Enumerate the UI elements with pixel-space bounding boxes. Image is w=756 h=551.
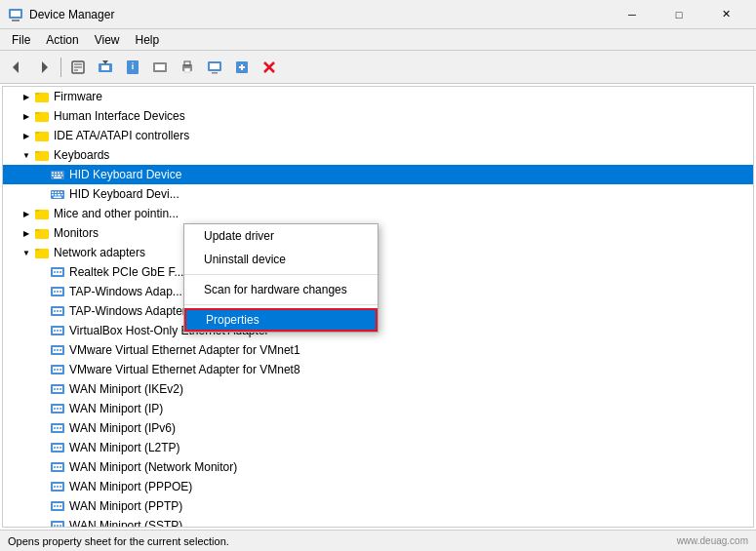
hid-keyboard-1-label: HID Keyboard Device: [69, 168, 181, 181]
tree-arrow-monitors: ▶: [19, 225, 34, 241]
minimize-button[interactable]: ─: [610, 0, 655, 29]
toolbar-scan[interactable]: [147, 55, 173, 80]
tree-item-ide[interactable]: ▶ IDE ATA/ATAPI controllers: [3, 126, 753, 145]
svg-rect-39: [61, 175, 63, 177]
svg-rect-37: [55, 175, 57, 177]
svg-rect-40: [54, 177, 61, 179]
svg-point-63: [60, 291, 61, 293]
svg-rect-2: [11, 11, 20, 17]
svg-rect-42: [52, 192, 54, 194]
svg-rect-15: [155, 64, 165, 70]
svg-point-72: [57, 330, 59, 332]
network-icon: [50, 440, 65, 455]
svg-point-88: [60, 388, 61, 390]
tree-item-mice[interactable]: ▶ Mice and other pointin...: [3, 204, 753, 223]
tree-item-vmware1[interactable]: VMware Virtual Ethernet Adapter for VMne…: [3, 340, 753, 360]
tree-item-wan-ikev2[interactable]: WAN Miniport (IKEv2): [3, 379, 753, 399]
svg-point-66: [54, 310, 56, 312]
svg-point-118: [60, 505, 61, 507]
wan-pppoe-label: WAN Miniport (PPPOE): [69, 480, 192, 493]
watermark: www.deuag.com: [677, 535, 748, 546]
svg-point-106: [54, 466, 56, 468]
svg-point-101: [54, 447, 56, 449]
tree-item-firmware[interactable]: ▶ Firmware: [3, 87, 753, 106]
wan-sstp-label: WAN Miniport (SSTP): [69, 519, 182, 528]
svg-point-87: [57, 388, 59, 390]
svg-rect-32: [52, 173, 54, 175]
toolbar-remove[interactable]: [257, 55, 282, 80]
svg-point-98: [60, 427, 61, 429]
svg-point-112: [57, 486, 59, 488]
svg-rect-45: [60, 192, 62, 194]
toolbar-forward[interactable]: [31, 55, 57, 80]
context-uninstall-device[interactable]: Uninstall device: [184, 248, 378, 271]
tree-item-wan-sstp[interactable]: WAN Miniport (SSTP): [3, 516, 753, 528]
svg-point-86: [54, 388, 56, 390]
tree-arrow-network: ▼: [19, 245, 34, 260]
context-update-driver[interactable]: Update driver: [184, 224, 378, 248]
window-controls: ─ □ ✕: [610, 0, 748, 29]
ide-label: IDE ATA/ATAPI controllers: [54, 129, 189, 142]
network-icon: [50, 459, 65, 475]
tree-item-wan-netmon[interactable]: WAN Miniport (Network Monitor): [3, 457, 753, 477]
device-tree[interactable]: ▶ Firmware ▶ Human Interface Devices ▶ I…: [2, 86, 754, 528]
menu-file[interactable]: File: [4, 31, 38, 49]
network-icon: [50, 342, 65, 358]
tree-item-keyboards[interactable]: ▼ Keyboards: [3, 145, 753, 165]
toolbar-add[interactable]: [229, 55, 255, 80]
context-scan-changes[interactable]: Scan for hardware changes: [184, 278, 378, 301]
network-icon: [50, 303, 65, 319]
window-title: Device Manager: [29, 8, 610, 21]
folder-icon: [34, 225, 50, 241]
monitors-label: Monitors: [54, 226, 99, 240]
toolbar-properties[interactable]: [65, 55, 91, 80]
svg-rect-44: [58, 192, 60, 194]
svg-rect-21: [212, 72, 218, 74]
svg-point-108: [60, 466, 61, 468]
menu-help[interactable]: Help: [128, 31, 168, 49]
svg-rect-34: [58, 173, 60, 175]
wan-ikev2-label: WAN Miniport (IKEv2): [69, 382, 183, 396]
network-icon: [50, 518, 65, 528]
maximize-button[interactable]: □: [657, 0, 701, 29]
toolbar-update-driver[interactable]: [93, 55, 118, 80]
svg-point-73: [60, 330, 61, 332]
svg-rect-48: [58, 194, 60, 196]
svg-point-71: [54, 330, 56, 332]
tree-item-wan-l2tp[interactable]: WAN Miniport (L2TP): [3, 438, 753, 457]
toolbar-print[interactable]: [175, 55, 200, 80]
tree-item-hid-keyboard-2[interactable]: HID Keyboard Devi...: [3, 184, 753, 204]
svg-rect-49: [61, 194, 63, 196]
vmware8-label: VMware Virtual Ethernet Adapter for VMne…: [69, 363, 300, 376]
svg-point-122: [57, 525, 59, 527]
toolbar-monitor[interactable]: [202, 55, 227, 80]
network-icon: [50, 401, 65, 416]
tree-arrow-ide: ▶: [19, 128, 34, 143]
menu-action[interactable]: Action: [38, 31, 86, 49]
tree-item-wan-ip[interactable]: WAN Miniport (IP): [3, 399, 753, 418]
toolbar-info[interactable]: i: [120, 55, 145, 80]
tree-item-wan-ipv6[interactable]: WAN Miniport (IPv6): [3, 418, 753, 438]
folder-icon: [34, 89, 50, 104]
close-button[interactable]: ✕: [703, 0, 748, 29]
svg-point-113: [60, 486, 61, 488]
tree-item-wan-pppoe[interactable]: WAN Miniport (PPPOE): [3, 477, 753, 496]
tree-item-hid-keyboard-1[interactable]: HID Keyboard Device: [3, 165, 753, 184]
svg-point-81: [54, 369, 56, 371]
svg-point-121: [54, 525, 56, 527]
toolbar-back[interactable]: [4, 55, 29, 80]
network-icon: [50, 284, 65, 299]
app-icon: [8, 7, 23, 22]
tree-item-hid[interactable]: ▶ Human Interface Devices: [3, 106, 753, 126]
svg-rect-35: [60, 173, 62, 175]
tree-item-wan-pptp[interactable]: WAN Miniport (PPTP): [3, 496, 753, 516]
svg-point-103: [60, 447, 61, 449]
folder-icon: [34, 108, 50, 124]
context-properties[interactable]: Properties: [184, 308, 378, 332]
wan-ip-label: WAN Miniport (IP): [69, 402, 163, 415]
menu-view[interactable]: View: [87, 31, 128, 49]
status-bar: Opens property sheet for the current sel…: [0, 530, 756, 551]
svg-rect-18: [184, 68, 190, 72]
tree-item-vmware8[interactable]: VMware Virtual Ethernet Adapter for VMne…: [3, 360, 753, 379]
wan-pptp-label: WAN Miniport (PPTP): [69, 499, 182, 513]
